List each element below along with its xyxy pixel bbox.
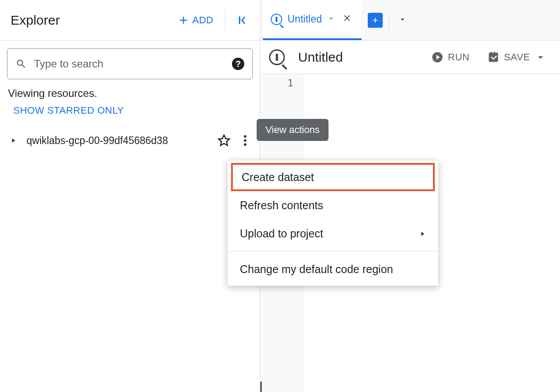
caret-down-icon (398, 15, 407, 24)
collapse-left-icon (235, 14, 248, 27)
save-icon (487, 51, 500, 63)
new-tab-area (362, 11, 416, 29)
plus-icon (177, 14, 190, 26)
tab-close-button[interactable] (340, 12, 354, 26)
add-button-label: ADD (192, 15, 213, 26)
svg-point-2 (244, 143, 246, 146)
view-actions-tooltip: View actions (257, 119, 329, 141)
tab-title: Untitled (287, 13, 322, 25)
search-input[interactable] (33, 57, 226, 70)
menu-item-label: Create dataset (242, 171, 314, 184)
run-button-label: RUN (448, 52, 470, 63)
menu-item-label: Refresh contents (240, 199, 323, 212)
search-box[interactable]: ? (7, 48, 253, 79)
menu-divider (228, 251, 438, 251)
run-button[interactable]: RUN (427, 48, 474, 66)
divider (389, 11, 389, 29)
menu-upload-to-project[interactable]: Upload to project (228, 219, 438, 248)
star-button[interactable] (216, 132, 232, 149)
collapse-panel-button[interactable] (231, 10, 252, 30)
kebab-icon (243, 134, 247, 147)
caret-down-icon (534, 51, 547, 63)
caret-down-icon (327, 15, 335, 22)
close-icon (342, 13, 352, 23)
explorer-panel: Explorer ADD ? Viewing resources. SHOW S… (0, 0, 260, 392)
help-icon[interactable]: ? (232, 58, 244, 70)
star-outline-icon (217, 134, 231, 147)
expand-caret[interactable] (8, 135, 19, 146)
new-tab-dropdown[interactable] (396, 12, 410, 28)
submenu-indicator (419, 227, 426, 240)
viewing-resources-text: Viewing resources. (8, 87, 253, 100)
actions-context-menu: Create dataset Refresh contents Upload t… (228, 160, 438, 286)
query-title: Untitled (298, 50, 418, 65)
search-icon (15, 58, 27, 70)
editor-cursor-indicator (260, 381, 262, 392)
tab-untitled[interactable]: Untitled (263, 0, 362, 40)
show-starred-only-link[interactable]: SHOW STARRED ONLY (13, 105, 253, 116)
new-tab-button[interactable] (368, 13, 383, 28)
tab-strip: Untitled (260, 0, 560, 41)
add-button[interactable]: ADD (172, 11, 219, 30)
save-button-label: SAVE (504, 52, 530, 63)
line-number: 1 (260, 78, 293, 89)
tab-dropdown[interactable] (327, 15, 335, 24)
divider (225, 10, 225, 30)
project-name-label: qwiklabs-gcp-00-99df45686d38 (26, 135, 216, 147)
menu-item-label: Upload to project (240, 227, 323, 240)
svg-point-1 (244, 139, 246, 142)
project-tree-row[interactable]: qwiklabs-gcp-00-99df45686d38 (7, 129, 253, 152)
query-icon (271, 14, 282, 25)
save-button[interactable]: SAVE (483, 48, 551, 66)
menu-refresh-contents[interactable]: Refresh contents (228, 191, 438, 219)
caret-right-icon (10, 137, 17, 144)
more-actions-button[interactable] (239, 133, 252, 148)
menu-item-label: Change my default code region (240, 263, 393, 276)
explorer-body: ? Viewing resources. SHOW STARRED ONLY q… (0, 41, 260, 159)
explorer-title: Explorer (11, 13, 172, 28)
query-toolbar: Untitled RUN SAVE (260, 41, 560, 74)
explorer-header: Explorer ADD (0, 0, 260, 41)
query-icon (269, 49, 285, 65)
svg-point-0 (244, 135, 246, 138)
menu-create-dataset[interactable]: Create dataset (231, 163, 435, 191)
play-circle-icon (431, 51, 444, 63)
caret-right-icon (419, 230, 426, 237)
menu-change-default-region[interactable]: Change my default code region (228, 255, 438, 283)
plus-icon (371, 16, 380, 25)
